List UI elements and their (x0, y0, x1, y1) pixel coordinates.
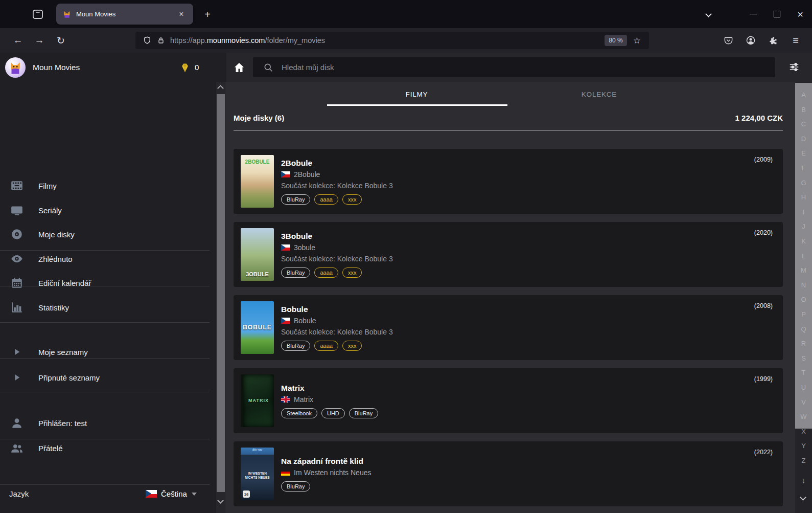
movie-year: (2020) (754, 229, 773, 236)
alphabet-letter-o[interactable]: O (795, 296, 812, 303)
alphabet-letter-t[interactable]: T (795, 369, 812, 376)
sidebar-section-moje-seznamy[interactable]: Moje seznamy (0, 340, 216, 364)
movie-year: (2009) (754, 156, 773, 163)
alphabet-letter-p[interactable]: P (795, 310, 812, 318)
list-tabs-chevron-icon[interactable] (697, 4, 720, 25)
tab-kolekce[interactable]: KOLEKCE (508, 82, 690, 106)
alphabet-letter-h[interactable]: H (795, 193, 812, 201)
alphabet-letter-u[interactable]: U (795, 384, 812, 391)
sidebar-item-logged-in-user[interactable]: Přihlášen: test (0, 411, 216, 435)
gems-button[interactable]: 0 (179, 53, 199, 82)
movie-card-3bobule[interactable]: 3OBULE 3Bobule 3obule Součást kolekce: K… (234, 222, 783, 287)
movie-title: Bobule (281, 305, 393, 314)
alphabet-letter-b[interactable]: B (795, 106, 812, 114)
sidebar-section-p-ipnut-seznamy[interactable]: Připnuté seznamy (0, 365, 216, 390)
collection-text: Součást kolekce: Kolekce Bobule 3 (281, 255, 393, 263)
scrub-down-arrow-icon[interactable]: ↓ (795, 476, 812, 484)
search-input[interactable] (282, 63, 775, 72)
search-box[interactable] (253, 57, 775, 77)
alphabet-letter-q[interactable]: Q (795, 325, 812, 333)
lock-icon[interactable] (157, 36, 165, 44)
movie-card-na-z-padn-front-klid[interactable]: Blu-rayIM WESTEN NICHTS NEUES16 Na západ… (234, 441, 783, 506)
sidebar-scrollbar-thumb[interactable] (217, 94, 225, 492)
movie-poster: 2BOBULE (241, 155, 274, 208)
alphabet-letter-g[interactable]: G (795, 179, 812, 187)
movie-poster: MATRIX (241, 374, 274, 427)
alphabet-letter-f[interactable]: F (795, 164, 812, 172)
sidebar-item-disc[interactable]: Moje disky (0, 222, 216, 247)
movie-card-bobule[interactable]: BOBULE Bobule Bobule Součást kolekce: Ko… (234, 295, 783, 360)
language-selector[interactable]: Čeština (146, 489, 197, 498)
app-header-right (226, 53, 812, 82)
home-icon[interactable] (231, 60, 247, 74)
alphabet-letter-y[interactable]: Y (795, 442, 812, 450)
account-icon[interactable] (739, 32, 762, 49)
age-rating-badge: 16 (243, 490, 250, 498)
alphabet-letter-m[interactable]: M (795, 266, 812, 274)
sidebar-item-friends[interactable]: Přátelé (0, 436, 216, 460)
app-header-left: Moun Movies 0 (0, 53, 226, 82)
sidebar-item-film[interactable]: Filmy (0, 173, 216, 198)
bookmark-star-icon[interactable]: ☆ (633, 35, 641, 46)
summary-divider (234, 130, 783, 131)
sidebar-scroll-up-icon[interactable] (217, 85, 224, 92)
badge-xxx: xxx (342, 267, 362, 278)
close-button[interactable]: × (788, 4, 812, 25)
extensions-puzzle-icon[interactable] (762, 32, 784, 49)
sidebar-item-calendar[interactable]: Ediční kalendář (0, 271, 216, 295)
alphabet-letter-i[interactable]: I (795, 208, 812, 216)
sidebar-scroll-down-icon[interactable] (217, 497, 224, 504)
disc-icon (10, 228, 24, 241)
badge-bluray: BluRay (281, 267, 310, 278)
page-scroll-down-icon[interactable] (800, 494, 806, 501)
back-button[interactable]: ← (7, 32, 29, 49)
calendar-icon (10, 276, 24, 289)
new-tab-button[interactable]: + (200, 7, 215, 21)
forward-button[interactable]: → (29, 32, 50, 49)
url-bar[interactable]: https://app.mounmovies.com/folder/my_mov… (135, 32, 649, 49)
alphabet-scrubber[interactable]: ABCDEFGHIJKLMNOPQRSTUVWXYZ ↓ (795, 82, 812, 513)
alphabet-letter-a[interactable]: A (795, 91, 812, 99)
badge-uhd: UHD (321, 408, 345, 418)
alphabet-letter-l[interactable]: L (795, 252, 812, 260)
movie-title: 3Bobule (281, 232, 393, 241)
tab-close-icon[interactable]: × (176, 9, 187, 20)
collection-text: Součást kolekce: Kolekce Bobule 3 (281, 328, 393, 337)
person-icon (10, 416, 24, 430)
sidebar-item-label: Seriály (38, 206, 62, 215)
alphabet-letter-j[interactable]: J (795, 222, 812, 230)
alphabet-letter-d[interactable]: D (795, 135, 812, 143)
sidebar-divider (0, 439, 210, 439)
pocket-icon[interactable] (717, 32, 739, 49)
sidebar-item-stats[interactable]: Statistiky (0, 295, 216, 320)
alphabet-letter-v[interactable]: V (795, 398, 812, 406)
alphabet-letter-s[interactable]: S (795, 354, 812, 362)
alphabet-letter-n[interactable]: N (795, 281, 812, 289)
alphabet-letter-k[interactable]: K (795, 237, 812, 245)
filter-sliders-icon[interactable] (788, 61, 800, 73)
alphabet-letter-w[interactable]: W (795, 413, 812, 420)
badge-xxx: xxx (342, 194, 362, 205)
browser-tab[interactable]: Moun Movies × (56, 4, 193, 25)
reload-button[interactable]: ↻ (50, 32, 72, 49)
sidebar-item-tv[interactable]: Seriály (0, 198, 216, 222)
sidebar-scrollbar[interactable] (216, 82, 225, 513)
alphabet-letter-e[interactable]: E (795, 149, 812, 157)
app-logo[interactable] (5, 57, 26, 78)
shield-icon[interactable] (143, 36, 152, 45)
minimize-button[interactable] (741, 4, 765, 25)
movie-card-2bobule[interactable]: 2BOBULE 2Bobule 2Bobule Součást kolekce:… (234, 149, 783, 214)
alphabet-letter-r[interactable]: R (795, 340, 812, 347)
maximize-button[interactable] (765, 4, 788, 25)
alphabet-letter-c[interactable]: C (795, 120, 812, 128)
menu-hamburger-icon[interactable]: ≡ (784, 32, 807, 49)
zoom-level-badge[interactable]: 80 % (605, 35, 627, 46)
movie-card-matrix[interactable]: MATRIX Matrix Matrix SteelbookUHDBluRay … (234, 368, 783, 433)
flag-cz-icon (281, 171, 290, 177)
alphabet-letter-z[interactable]: Z (795, 457, 812, 464)
tab-filmy[interactable]: FILMY (326, 82, 508, 106)
firefox-view-icon[interactable] (30, 7, 46, 22)
badge-aaaa: aaaa (314, 341, 338, 351)
poster-title-text: IM WESTEN NICHTS NEUES (241, 471, 274, 480)
alphabet-letter-x[interactable]: X (795, 428, 812, 435)
